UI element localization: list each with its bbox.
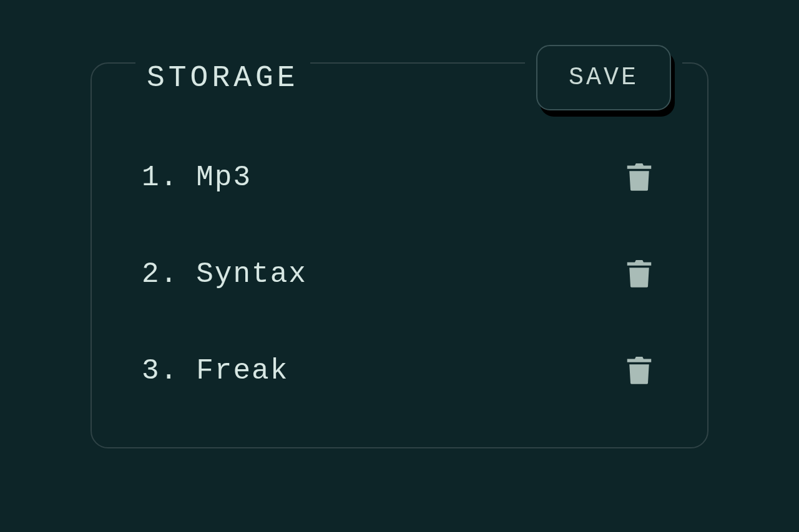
list-item: 3. Freak	[142, 351, 657, 391]
delete-button[interactable]	[621, 254, 657, 294]
header-divider	[329, 77, 506, 79]
trash-icon	[626, 259, 652, 289]
list-item: 2. Syntax	[142, 254, 657, 294]
panel-header: STORAGE SAVE	[92, 45, 707, 110]
list-item-name: Mp3	[196, 162, 252, 194]
list-item-name: Syntax	[196, 258, 307, 291]
save-button[interactable]: SAVE	[536, 45, 671, 110]
list-item-label: 1. Mp3	[142, 162, 252, 194]
trash-icon	[626, 162, 652, 193]
list-item-label: 2. Syntax	[142, 258, 307, 291]
delete-button[interactable]	[621, 157, 657, 198]
storage-list: 1. Mp3 2. Syntax 3. Frea	[142, 157, 657, 391]
list-item: 1. Mp3	[142, 157, 657, 198]
list-item-index: 3.	[142, 355, 179, 387]
trash-icon	[626, 355, 652, 386]
storage-panel: STORAGE SAVE 1. Mp3 2. Syntax	[91, 62, 708, 448]
save-button-wrap: SAVE	[525, 45, 682, 110]
panel-title: STORAGE	[135, 61, 310, 95]
list-item-name: Freak	[196, 355, 288, 387]
delete-button[interactable]	[621, 351, 657, 391]
list-item-index: 2.	[142, 258, 179, 291]
list-item-label: 3. Freak	[142, 355, 288, 387]
list-item-index: 1.	[142, 162, 179, 194]
